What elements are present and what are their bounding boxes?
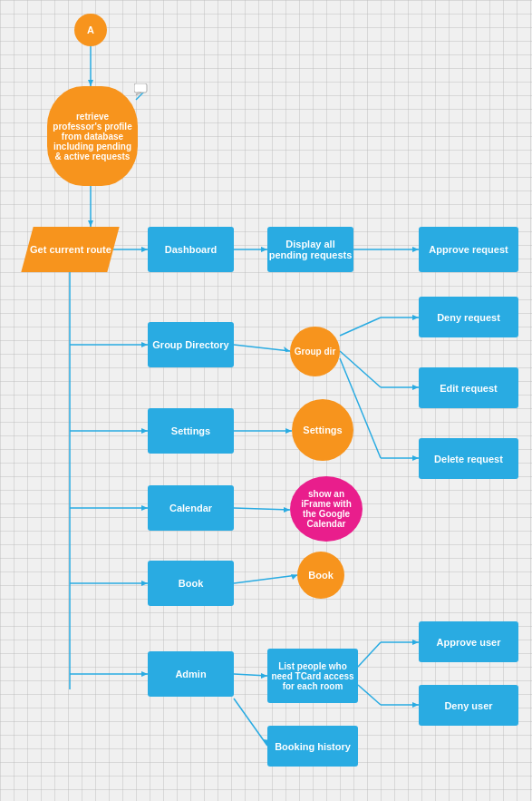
svg-marker-28 xyxy=(285,428,292,434)
get-current-route-node: Get current route xyxy=(21,227,119,272)
svg-marker-13 xyxy=(141,342,148,347)
svg-marker-46 xyxy=(412,702,419,708)
booking-history-node[interactable]: Booking history xyxy=(267,726,358,767)
svg-marker-32 xyxy=(284,507,290,513)
svg-rect-49 xyxy=(134,83,147,93)
svg-marker-3 xyxy=(88,220,93,227)
svg-line-16 xyxy=(340,317,381,336)
delete-request-node[interactable]: Delete request xyxy=(419,438,518,479)
svg-marker-36 xyxy=(291,574,297,580)
svg-line-35 xyxy=(234,575,297,583)
book-node[interactable]: Book xyxy=(148,561,234,606)
iframe-calendar-node: show an iFrame with the Google Calendar xyxy=(290,476,363,542)
svg-marker-34 xyxy=(141,581,148,586)
svg-line-44 xyxy=(358,685,381,705)
edit-request-node[interactable]: Edit request xyxy=(419,367,518,408)
svg-line-31 xyxy=(234,508,290,510)
svg-marker-8 xyxy=(261,247,267,252)
svg-marker-6 xyxy=(141,247,148,252)
svg-marker-40 xyxy=(261,673,267,679)
svg-line-47 xyxy=(234,698,267,746)
admin-node[interactable]: Admin xyxy=(148,651,234,697)
svg-marker-26 xyxy=(141,428,148,434)
svg-line-14 xyxy=(234,345,290,351)
deny-user-node[interactable]: Deny user xyxy=(419,685,518,726)
calendar-node[interactable]: Calendar xyxy=(148,485,234,531)
svg-marker-43 xyxy=(412,640,419,645)
approve-user-node[interactable]: Approve user xyxy=(419,621,518,662)
list-people-node[interactable]: List people who need TCard access for ea… xyxy=(267,649,358,703)
svg-marker-30 xyxy=(141,505,148,511)
svg-marker-21 xyxy=(412,385,419,390)
book-circle-node: Book xyxy=(297,552,344,599)
svg-marker-18 xyxy=(412,315,419,320)
group-dir-circle-node: Group dir xyxy=(290,327,340,376)
group-directory-node[interactable]: Group Directory xyxy=(148,322,234,367)
svg-marker-15 xyxy=(284,347,290,352)
svg-marker-1 xyxy=(88,80,93,86)
approve-request-node[interactable]: Approve request xyxy=(419,227,518,272)
deny-request-node[interactable]: Deny request xyxy=(419,297,518,337)
settings-circle-node: Settings xyxy=(292,399,353,461)
retrieve-node: retrieve professor's profile from databa… xyxy=(47,86,138,186)
svg-line-19 xyxy=(340,351,381,387)
svg-marker-24 xyxy=(412,455,419,461)
display-pending-requests-node[interactable]: Display all pending requests xyxy=(267,227,353,272)
svg-marker-10 xyxy=(412,247,419,252)
dashboard-node[interactable]: Dashboard xyxy=(148,227,234,272)
svg-line-41 xyxy=(358,642,381,667)
svg-marker-38 xyxy=(141,671,148,677)
settings-box-node[interactable]: Settings xyxy=(148,408,234,454)
svg-line-39 xyxy=(234,674,267,676)
start-node: A xyxy=(74,14,107,46)
